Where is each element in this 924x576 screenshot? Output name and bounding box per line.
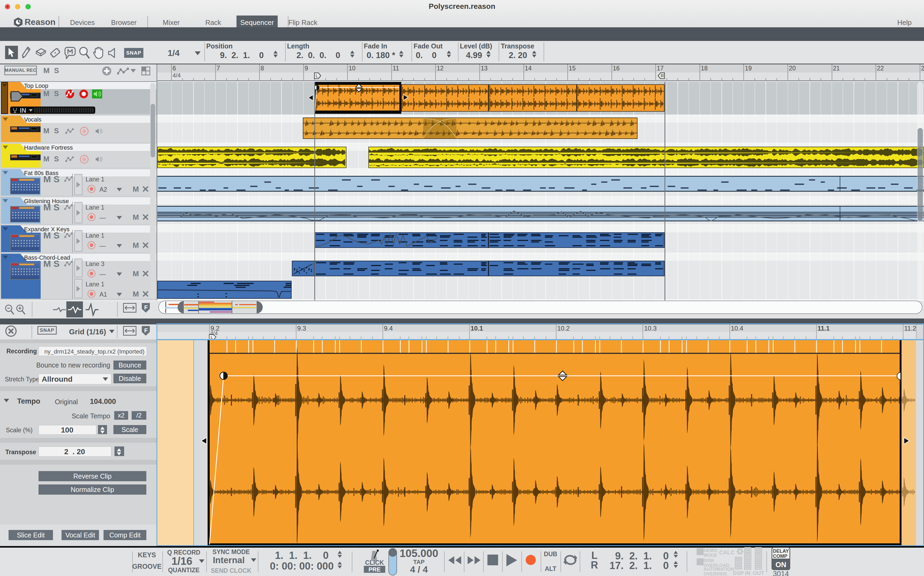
svg-text:R: R (661, 74, 664, 78)
svg-text:F: F (144, 304, 148, 311)
svg-text:F: F (144, 327, 148, 334)
svg-text:L: L (316, 74, 318, 78)
